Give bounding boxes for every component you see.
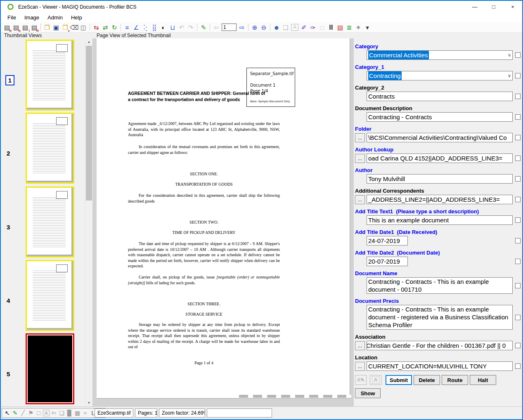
menu-help[interactable]: Help: [67, 13, 86, 22]
thumbnail-page-3[interactable]: [26, 186, 74, 257]
browse-button[interactable]: ...: [355, 341, 365, 350]
ocr-text-icon[interactable]: A: [291, 24, 298, 31]
save-icon[interactable]: ▣: [52, 23, 61, 32]
move-page-right-icon[interactable]: ⇄: [101, 23, 110, 32]
document-input[interactable]: Contracting - Contracts - This is an exa…: [367, 305, 513, 330]
scan-insert-icon[interactable]: ▤I: [21, 23, 30, 32]
chevron-down-icon[interactable]: ∨: [508, 71, 511, 80]
thumbnail-list-icon[interactable]: ≡: [123, 23, 132, 32]
despeckle-light-icon[interactable]: ⢕: [141, 23, 150, 32]
thumbnail-page-2[interactable]: [26, 113, 74, 184]
barcode-icon[interactable]: Ⅲ: [327, 23, 336, 32]
field-checkbox[interactable]: [515, 94, 521, 99]
document-input[interactable]: Contracting - Contracts - This is an exa…: [367, 277, 513, 294]
delete-button[interactable]: Delete: [414, 375, 440, 385]
open-file-icon[interactable]: ❐: [43, 23, 52, 32]
close-button[interactable]: ×: [503, 1, 522, 13]
select-text-button[interactable]: A: [370, 375, 381, 385]
magic-wand-icon[interactable]: ✶: [354, 23, 363, 32]
zoom-in-icon[interactable]: ⊕: [250, 23, 259, 32]
thumbnail-page-1[interactable]: [26, 40, 74, 111]
scan-append-icon[interactable]: ▤A: [12, 23, 21, 32]
print-icon[interactable]: ◫: [79, 23, 88, 32]
delete-file-icon[interactable]: ❐x: [61, 23, 70, 32]
folder-input[interactable]: \BCS\Commercial Activities\Contracting\V…: [367, 133, 513, 142]
crop-icon[interactable]: ⊔: [168, 23, 177, 32]
cut-tool-icon[interactable]: ✄: [50, 408, 58, 418]
author-input[interactable]: Tony Mulvihill: [367, 174, 513, 184]
field-checkbox[interactable]: [515, 259, 521, 264]
browse-button[interactable]: ...: [355, 154, 365, 163]
show-button[interactable]: Show: [355, 388, 381, 398]
field-checkbox[interactable]: [515, 343, 521, 348]
field-checkbox[interactable]: [515, 217, 521, 223]
browse-button[interactable]: ...: [355, 362, 365, 371]
halt-button[interactable]: Halt: [470, 375, 496, 385]
category2-input[interactable]: Contracts: [367, 92, 513, 101]
pointer-tool-icon[interactable]: ↖: [3, 408, 11, 418]
invert-icon[interactable]: ◐: [159, 23, 168, 32]
copy-page-icon[interactable]: ❑: [281, 23, 290, 32]
text-tool-icon[interactable]: A: [43, 410, 50, 416]
move-page-left-icon[interactable]: ⇆: [92, 23, 101, 32]
rotate-page-icon[interactable]: ↻: [110, 23, 119, 32]
adjustments-icon[interactable]: ≣: [345, 23, 354, 32]
field-checkbox[interactable]: [515, 176, 521, 182]
scrollbar-thumb[interactable]: [86, 46, 92, 201]
annotate-text-button[interactable]: A✎: [355, 375, 367, 385]
category1-input[interactable]: Contracting∨: [367, 71, 513, 80]
prev-page-icon[interactable]: ⇦: [212, 23, 221, 32]
page-number-input[interactable]: [222, 24, 237, 31]
thumbnail-page-5[interactable]: [26, 333, 74, 404]
highlighter-tool-icon[interactable]: ✎: [11, 408, 19, 418]
field-checkbox[interactable]: [515, 197, 521, 202]
document-input[interactable]: Contracting - Contracts: [367, 112, 513, 122]
menu-image[interactable]: Image: [20, 13, 43, 22]
thumbnail-scrollbar[interactable]: ▴ ▾: [85, 38, 92, 406]
next-page-icon[interactable]: ⇨: [237, 23, 246, 32]
user-profile-icon[interactable]: ☻: [272, 23, 281, 32]
selection-area-icon[interactable]: □: [317, 23, 327, 32]
document-page[interactable]: Separator_Sample.tif Document 1 Page 1/4…: [97, 38, 350, 398]
undo-icon[interactable]: ↶: [177, 23, 186, 32]
highlighter-icon[interactable]: ✎: [199, 23, 208, 32]
fill-tool-icon[interactable]: ▉: [66, 408, 73, 418]
rectangle-tool-icon[interactable]: □: [35, 408, 43, 418]
field-checkbox[interactable]: [515, 135, 521, 140]
despeckle-heavy-icon[interactable]: ⣿: [150, 23, 159, 32]
pattern-tool-icon[interactable]: ▦: [73, 408, 81, 418]
browse-button[interactable]: ...: [355, 133, 365, 142]
menu-admin[interactable]: Admin: [43, 13, 67, 22]
deskew-icon[interactable]: ∠: [132, 23, 141, 32]
scroll-up-icon[interactable]: ▴: [85, 38, 92, 45]
add-input[interactable]: 20-07-2019: [367, 257, 408, 266]
category-input[interactable]: Commercial Activities∨: [367, 50, 513, 60]
thumbnail-page-4[interactable]: [26, 260, 74, 331]
field-checkbox[interactable]: [515, 156, 521, 161]
route-button[interactable]: Route: [442, 375, 468, 385]
marker-pen-icon[interactable]: ✐: [299, 23, 308, 32]
add-input[interactable]: 24-07-2019: [367, 236, 408, 245]
redo-icon[interactable]: ↷: [186, 23, 195, 32]
submit-button[interactable]: Submit: [386, 375, 412, 385]
stamp-tool-icon[interactable]: ❏: [58, 408, 66, 418]
field-checkbox[interactable]: [515, 315, 521, 320]
maximize-button[interactable]: □: [484, 1, 503, 13]
field-checkbox[interactable]: [515, 73, 521, 78]
association-input[interactable]: Christian Gentle - For the children - 00…: [367, 341, 513, 350]
field-checkbox[interactable]: [515, 238, 521, 243]
scan-new-icon[interactable]: ▤N: [2, 23, 12, 32]
dropdown-caret-icon[interactable]: ▾: [363, 23, 372, 32]
scan-replace-icon[interactable]: ▤R: [30, 23, 39, 32]
lasso-tool-icon[interactable]: ≈: [81, 408, 89, 418]
note-icon[interactable]: ▤: [336, 23, 345, 32]
chevron-down-icon[interactable]: ∨: [508, 51, 511, 59]
additional-input[interactable]: _ADDRESS_LINE2=||ADD_ADDRESS_LINE3=: [367, 195, 513, 204]
marker-pen2-icon[interactable]: ✑: [308, 23, 317, 32]
pencil-tool-icon[interactable]: ╱: [19, 408, 27, 418]
field-checkbox[interactable]: [515, 52, 521, 58]
browse-button[interactable]: ...: [355, 195, 365, 204]
minimize-button[interactable]: —: [465, 1, 484, 13]
author-input[interactable]: oad Carina QLD 4152||ADD_ADDRESS_LINE3=: [367, 153, 513, 163]
select-flag-tool-icon[interactable]: ⚑: [27, 408, 35, 418]
